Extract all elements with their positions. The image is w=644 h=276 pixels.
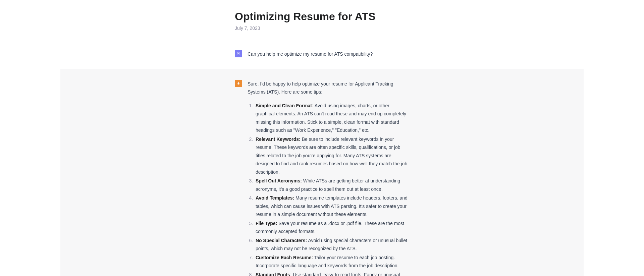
tips-list: Simple and Clean Format: Avoid using ima…: [248, 102, 409, 276]
openai-logo-icon: [236, 81, 241, 86]
tip-item: No Special Characters: Avoid using speci…: [254, 236, 409, 253]
person-icon: [236, 51, 241, 56]
assistant-avatar: [235, 80, 242, 87]
user-message-section: Can you help me optimize my resume for A…: [60, 39, 584, 69]
assistant-intro-text: Sure, I'd be happy to help optimize your…: [248, 80, 409, 96]
page-title: Optimizing Resume for ATS: [235, 10, 409, 23]
tip-label: Relevant Keywords:: [256, 136, 301, 142]
tip-label: Simple and Clean Format:: [256, 103, 314, 108]
tip-item: Standard Fonts: Use standard, easy-to-re…: [254, 271, 409, 276]
tip-item: Relevant Keywords: Be sure to include re…: [254, 135, 409, 176]
svg-point-1: [238, 83, 239, 84]
svg-point-0: [238, 52, 239, 54]
tip-label: No Special Characters:: [256, 238, 307, 243]
tip-label: Standard Fonts:: [256, 272, 291, 276]
tip-label: Avoid Templates:: [256, 195, 294, 201]
user-avatar: [235, 50, 242, 57]
tip-item: Simple and Clean Format: Avoid using ima…: [254, 102, 409, 134]
header-section: Optimizing Resume for ATS July 7, 2023: [235, 0, 409, 39]
tip-item: File Type: Save your resume as a .docx o…: [254, 219, 409, 236]
tip-label: File Type:: [256, 221, 277, 226]
page-date: July 7, 2023: [235, 25, 409, 31]
tip-label: Spell Out Acronyms:: [256, 178, 302, 183]
page-container: Optimizing Resume for ATS July 7, 2023 C…: [60, 0, 584, 276]
user-message-content: Can you help me optimize my resume for A…: [248, 50, 409, 58]
tip-item: Avoid Templates: Many resume templates i…: [254, 194, 409, 219]
tip-text: Be sure to include relevant keywords in …: [256, 136, 407, 175]
assistant-message-section: Sure, I'd be happy to help optimize your…: [60, 69, 584, 276]
tip-item: Spell Out Acronyms: While ATSs are getti…: [254, 177, 409, 193]
tip-label: Customize Each Resume:: [256, 255, 313, 260]
assistant-message-content: Sure, I'd be happy to help optimize your…: [248, 80, 409, 276]
tip-item: Customize Each Resume: Tailor your resum…: [254, 254, 409, 270]
tip-text: Save your resume as a .docx or .pdf file…: [256, 221, 404, 234]
user-message-text: Can you help me optimize my resume for A…: [248, 51, 373, 57]
